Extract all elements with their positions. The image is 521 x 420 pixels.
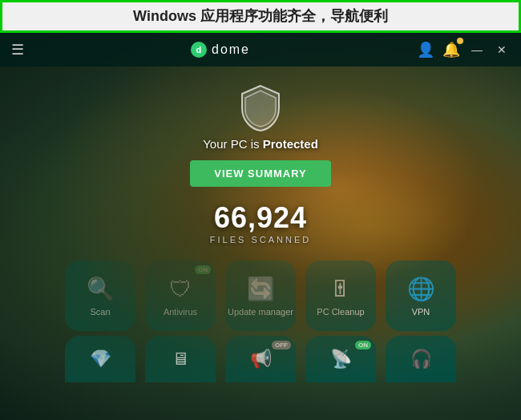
files-count: 66,924 xyxy=(214,201,307,235)
hamburger-menu-icon[interactable]: ☰ xyxy=(11,41,24,59)
nav-left: ☰ xyxy=(11,41,24,59)
minimize-button[interactable]: — xyxy=(468,43,486,56)
nav-right: 👤 🔔 — ✕ xyxy=(417,41,510,59)
close-button[interactable]: ✕ xyxy=(494,43,510,56)
notification-badge xyxy=(457,38,463,44)
shield-icon xyxy=(239,84,282,132)
files-label: FILES SCANNED xyxy=(210,235,311,244)
nav-bar: ☰ d dome 👤 🔔 — ✕ xyxy=(0,33,521,67)
view-summary-button[interactable]: VIEW SUMMARY xyxy=(190,160,331,187)
user-icon[interactable]: 👤 xyxy=(417,41,434,59)
notification-icon[interactable]: 🔔 xyxy=(442,41,460,59)
nav-center: d dome xyxy=(191,42,250,58)
status-text: Your PC is Protected xyxy=(203,137,318,151)
app-window: ☰ d dome 👤 🔔 — ✕ Your PC is Protected xyxy=(0,33,521,420)
logo-icon: d xyxy=(191,42,207,58)
annotation-bar: Windows 应用程序功能齐全，导航便利 xyxy=(0,0,521,33)
app-title: dome xyxy=(212,42,250,57)
hero-section: Your PC is Protected VIEW SUMMARY 66,924… xyxy=(0,67,521,260)
